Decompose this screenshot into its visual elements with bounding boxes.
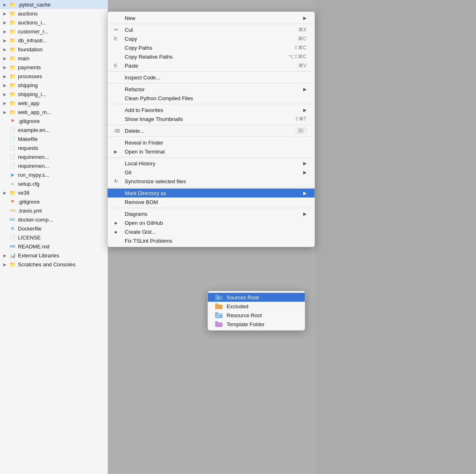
tree-item-makefile[interactable]: 📄 Makefile [0, 134, 108, 143]
tree-item-label: foundation [18, 46, 106, 53]
tree-item-extlibs[interactable]: ▶ 📊 External Libraries [0, 251, 108, 260]
submenu-arrow-icon: ▶ [303, 87, 306, 92]
tree-item-auctions[interactable]: ▶ 📁 auctions [0, 9, 108, 18]
menu-label: Reveal in Finder [125, 140, 306, 146]
tree-item-label: ve38 [18, 190, 106, 196]
menu-item-fix-tslint[interactable]: Fix TSLint Problems [108, 236, 315, 245]
tree-item-label: main [18, 55, 106, 61]
tree-item-label: auctions_i... [18, 20, 106, 26]
tree-item-scratches[interactable]: ▶ 📁 Scratches and Consoles [0, 260, 108, 269]
tree-item-main[interactable]: ▶ 📁 main [0, 54, 108, 63]
expand-arrow: ▶ [3, 101, 9, 105]
tree-item-readme[interactable]: MD README.md [0, 242, 108, 251]
delete-icon: ⌫ [114, 129, 122, 133]
tree-item-label: example.en... [18, 127, 106, 133]
tree-item-shipping[interactable]: ▶ 📁 shipping [0, 81, 108, 90]
menu-item-clean-python[interactable]: Clean Python Compiled Files [108, 94, 315, 103]
tree-item-payments[interactable]: ▶ 📁 payments [0, 63, 108, 72]
svg-rect-8 [216, 316, 220, 317]
menu-item-cut[interactable]: ✂ Cut ⌘X [108, 25, 315, 34]
sync-icon: ↻ [114, 178, 122, 184]
tree-item-db[interactable]: ▶ 📁 db_infrastr... [0, 36, 108, 45]
shortcut: ⌘X [298, 27, 306, 33]
submenu-arrow-icon: ▶ [303, 161, 306, 166]
submenu-item-template-folder[interactable]: Template Folder [208, 320, 305, 329]
tree-item-foundation[interactable]: ▶ 📁 foundation [0, 45, 108, 54]
folder-icon: 📁 [9, 64, 16, 70]
tree-item-dockerfile[interactable]: D Dockerfile [0, 224, 108, 233]
template-folder-icon [214, 321, 223, 327]
tree-item-shipping-i[interactable]: ▶ 📁 shipping_i... [0, 90, 108, 99]
menu-label: Synchronize selected files [125, 178, 306, 184]
submenu-arrow-icon: ▶ [303, 191, 306, 196]
file-icon: MD [9, 244, 16, 248]
submenu-arrow-icon: ▶ [303, 15, 306, 21]
menu-item-mark-dir[interactable]: Mark Directory as ▶ [108, 189, 315, 198]
tree-item-label: web_app_m... [18, 109, 106, 115]
expand-arrow: ▶ [3, 110, 9, 114]
menu-item-show-images[interactable]: Show Image Thumbnails ⇧⌘T [108, 114, 315, 123]
menu-label: Copy Relative Paths [125, 54, 276, 60]
menu-item-inspect[interactable]: Inspect Code... [108, 73, 315, 82]
submenu-item-resource-root[interactable]: Resource Root [208, 311, 305, 320]
menu-item-add-favorites[interactable]: Add to Favorites ▶ [108, 105, 315, 114]
tree-item-label: Makefile [18, 136, 106, 142]
tree-item-customer[interactable]: ▶ 📁 customer_r... [0, 27, 108, 36]
tree-item-dockercomp[interactable]: DC docker-comp... [0, 215, 108, 224]
tree-item-requiremen2[interactable]: 📄 requiremen... [0, 161, 108, 170]
svg-rect-3 [215, 305, 223, 309]
svg-text:S: S [217, 296, 219, 299]
excluded-icon [214, 303, 223, 309]
menu-item-paste[interactable]: ⎘ Paste ⌘V [108, 61, 315, 70]
tree-item-runmypy[interactable]: ▶ run_mypy.s... [0, 170, 108, 179]
menu-item-copy-rel[interactable]: Copy Relative Paths ⌥⇧⌘C [108, 52, 315, 61]
expand-arrow: ▶ [3, 65, 9, 70]
menu-item-new[interactable]: New ▶ [108, 13, 315, 22]
menu-separator [108, 208, 315, 208]
expand-arrow: ▶ [3, 2, 9, 7]
tree-item-processes[interactable]: ▶ 📁 processes [0, 72, 108, 81]
menu-item-copy-paths[interactable]: Copy Paths ⇧⌘C [108, 43, 315, 52]
tree-item-pytest-cache[interactable]: ▶ 📁 .pytest_cache [0, 0, 108, 9]
menu-item-create-gist[interactable]: ● Create Gist... [108, 227, 315, 236]
menu-item-git[interactable]: Git ▶ [108, 168, 315, 177]
tree-item-gitignore[interactable]: ⚑ .gitignore [0, 116, 108, 125]
tree-item-auctions-i[interactable]: ▶ 📁 auctions_i... [0, 18, 108, 27]
svg-rect-9 [215, 323, 223, 327]
menu-label: New [125, 15, 300, 21]
menu-item-remove-bom[interactable]: Remove BOM [108, 198, 315, 206]
menu-item-copy[interactable]: ⎘ Copy ⌘C [108, 34, 315, 43]
tree-item-requests[interactable]: 📄 requests [0, 143, 108, 152]
menu-item-reveal-finder[interactable]: Reveal in Finder [108, 138, 315, 147]
tree-item-gitignore2[interactable]: ⚑ .gitignore [0, 197, 108, 206]
menu-label: Mark Directory as [125, 190, 300, 196]
expand-arrow: ▶ [3, 262, 9, 267]
tree-item-label: setup.cfg [18, 181, 106, 187]
tree-item-label: payments [18, 64, 106, 70]
menu-item-sync[interactable]: ↻ Synchronize selected files [108, 177, 315, 186]
menu-separator [108, 83, 315, 83]
menu-item-open-terminal[interactable]: ▶ Open in Terminal [108, 147, 315, 156]
submenu-item-sources-root[interactable]: S Sources Root [208, 293, 305, 302]
menu-item-refactor[interactable]: Refactor ▶ [108, 85, 315, 94]
tree-item-travis[interactable]: YML .travis.yml [0, 206, 108, 215]
tree-item-example[interactable]: 📄 example.en... [0, 125, 108, 134]
menu-item-open-github[interactable]: ● Open on GitHub [108, 218, 315, 227]
menu-label: Delete... [125, 128, 296, 134]
terminal-icon: ▶ [114, 149, 122, 154]
tree-item-label: shipping_i... [18, 91, 106, 97]
tree-item-webapp[interactable]: ▶ 📁 web_app [0, 99, 108, 108]
gray-background [315, 0, 476, 474]
tree-item-setupcfg[interactable]: ≡ setup.cfg [0, 179, 108, 188]
tree-item-webapp-m[interactable]: ▶ 📁 web_app_m... [0, 108, 108, 116]
menu-item-local-history[interactable]: Local History ▶ [108, 159, 315, 168]
tree-item-label: .gitignore [18, 118, 106, 124]
menu-item-delete[interactable]: ⌫ Delete... ⌦ [108, 126, 315, 135]
expand-arrow: ▶ [3, 253, 9, 258]
file-icon: D [9, 226, 16, 230]
tree-item-ve38[interactable]: ▶ 📁 ve38 [0, 188, 108, 197]
tree-item-license[interactable]: 📄 LICENSE [0, 233, 108, 242]
menu-item-diagrams[interactable]: Diagrams ▶ [108, 209, 315, 218]
tree-item-requiremen1[interactable]: 📄 requiremen... [0, 152, 108, 161]
submenu-item-excluded[interactable]: Excluded [208, 302, 305, 311]
